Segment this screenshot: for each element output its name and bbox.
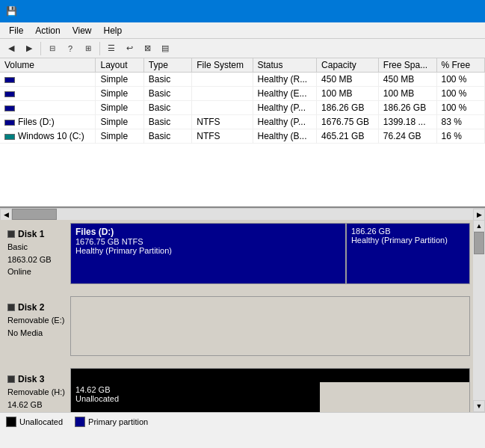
partition-status: Unallocated xyxy=(75,394,315,403)
scroll-left-btn[interactable]: ◀ xyxy=(0,209,12,221)
cell-type: Basic xyxy=(143,87,191,101)
menu-file[interactable]: File xyxy=(3,22,29,38)
cell-capacity: 1676.75 GB xyxy=(317,115,379,129)
cell-filesystem: NTFS xyxy=(192,129,253,144)
cell-capacity: 186.26 GB xyxy=(317,101,379,115)
table-row[interactable]: Simple Basic Healthy (P... 186.26 GB 186… xyxy=(0,101,485,115)
disk-size: 14.62 GB xyxy=(7,399,66,411)
disk-row: Disk 2 Removable (E:) No Media xyxy=(3,296,470,356)
partition-status-text: Healthy (Primary Partition) xyxy=(75,246,341,255)
disk-label: Disk 2 Removable (E:) No Media xyxy=(3,296,70,356)
menu-help[interactable]: Help xyxy=(98,22,129,38)
legend-primary-box xyxy=(75,417,85,427)
disk-type: Removable (H:) xyxy=(7,386,66,399)
cell-layout: Simple xyxy=(96,73,143,87)
partition-size: 14.62 GB xyxy=(75,385,315,394)
disk-row: Disk 1 Basic 1863.02 GB Online Files (D:… xyxy=(3,223,470,284)
table-header-row: Volume Layout Type File System Status Ca… xyxy=(0,58,485,73)
partition-status-text: Healthy (Primary Partition) xyxy=(351,236,465,245)
disk-size: 1863.02 GB xyxy=(7,254,66,266)
cell-volume xyxy=(0,87,96,101)
col-layout: Layout xyxy=(96,58,143,73)
disk-name: Disk 1 xyxy=(18,227,44,241)
table-row[interactable]: Simple Basic Healthy (E... 100 MB 100 MB… xyxy=(0,87,485,101)
cell-volume xyxy=(0,101,96,115)
minimize-button[interactable] xyxy=(373,0,407,22)
toolbar-btn-1[interactable]: ⊟ xyxy=(44,40,61,57)
table-row[interactable]: Files (D:) Simple Basic NTFS Healthy (P.… xyxy=(0,115,485,129)
table-row[interactable]: Windows 10 (C:) Simple Basic NTFS Health… xyxy=(0,129,485,144)
legend-primary-label: Primary partition xyxy=(88,417,148,426)
cell-filesystem xyxy=(192,87,253,101)
cell-free: 76.24 GB xyxy=(378,129,436,144)
title-bar: 💾 xyxy=(0,0,485,22)
cell-free: 186.26 GB xyxy=(378,101,436,115)
partition-details: 186.26 GB xyxy=(351,227,465,236)
menu-action[interactable]: Action xyxy=(29,22,66,38)
vscroll-track[interactable] xyxy=(474,232,484,400)
close-button[interactable] xyxy=(445,0,479,22)
toolbar-btn-6[interactable]: ⊠ xyxy=(139,40,155,57)
disk3-wrapper: 14.62 GBUnallocated xyxy=(71,369,469,412)
no-media-partition xyxy=(71,297,469,355)
cell-free: 100 MB xyxy=(378,87,436,101)
cell-status: Healthy (B... xyxy=(253,129,317,144)
partition-container: 14.62 GBUnallocated xyxy=(70,368,470,412)
cell-status: Healthy (P... xyxy=(253,101,317,115)
partition[interactable]: 186.26 GB Healthy (Primary Partition) xyxy=(347,224,469,283)
cell-volume: Windows 10 (C:) xyxy=(0,129,96,144)
menu-view[interactable]: View xyxy=(67,22,98,38)
scroll-track[interactable] xyxy=(12,209,473,220)
cell-pct: 83 % xyxy=(436,115,485,129)
scroll-thumb[interactable] xyxy=(12,209,57,220)
col-filesystem: File System xyxy=(192,58,253,73)
cell-status: Healthy (P... xyxy=(253,115,317,129)
horizontal-scrollbar[interactable]: ◀ ▶ xyxy=(0,208,485,220)
cell-pct: 100 % xyxy=(436,87,485,101)
legend-unallocated: Unallocated xyxy=(6,417,63,427)
cell-volume: Files (D:) xyxy=(0,115,96,129)
cell-filesystem: NTFS xyxy=(192,115,253,129)
vscroll-thumb[interactable] xyxy=(474,232,484,254)
col-freespace: Free Spa... xyxy=(378,58,436,73)
cell-capacity: 100 MB xyxy=(317,87,379,101)
toolbar-btn-2[interactable]: ? xyxy=(62,40,78,57)
disk-status: No Media xyxy=(7,327,66,340)
disk-type: Removable (E:) xyxy=(7,314,66,327)
col-volume: Volume xyxy=(0,58,96,73)
scroll-up-btn[interactable]: ▲ xyxy=(473,220,485,232)
legend-unallocated-box xyxy=(6,417,16,427)
disk-label: Disk 1 Basic 1863.02 GB Online xyxy=(3,223,70,284)
col-pctfree: % Free xyxy=(436,58,485,73)
legend: Unallocated Primary partition xyxy=(0,412,485,430)
disk-area[interactable]: Disk 1 Basic 1863.02 GB Online Files (D:… xyxy=(0,220,473,412)
menu-bar: File Action View Help xyxy=(0,22,485,39)
toolbar-btn-7[interactable]: ▤ xyxy=(157,40,173,57)
table-row[interactable]: Simple Basic Healthy (R... 450 MB 450 MB… xyxy=(0,73,485,87)
col-capacity: Capacity xyxy=(317,58,379,73)
partition[interactable]: Files (D:) 1676.75 GB NTFS Healthy (Prim… xyxy=(71,224,347,283)
scroll-down-btn[interactable]: ▼ xyxy=(473,400,485,412)
toolbar-btn-4[interactable]: ☰ xyxy=(103,40,120,57)
partition-details: 1676.75 GB NTFS xyxy=(75,237,341,246)
cell-capacity: 465.21 GB xyxy=(317,129,379,144)
partition-container xyxy=(70,296,470,356)
cell-type: Basic xyxy=(143,101,191,115)
cell-type: Basic xyxy=(143,115,191,129)
forward-button[interactable]: ▶ xyxy=(21,40,37,57)
toolbar-btn-5[interactable]: ↩ xyxy=(121,40,138,57)
disk-row: Disk 3 Removable (H:) 14.62 GB Online 14… xyxy=(3,368,470,412)
back-button[interactable]: ◀ xyxy=(3,40,19,57)
unallocated-partition[interactable]: 14.62 GBUnallocated xyxy=(71,382,320,412)
disk-name: Disk 3 xyxy=(18,372,44,386)
cell-layout: Simple xyxy=(96,129,143,144)
maximize-button[interactable] xyxy=(409,0,443,22)
scroll-right-btn[interactable]: ▶ xyxy=(473,209,485,221)
cell-type: Basic xyxy=(143,73,191,87)
vertical-scrollbar[interactable]: ▲ ▼ xyxy=(473,220,485,412)
cell-layout: Simple xyxy=(96,87,143,101)
cell-pct: 16 % xyxy=(436,129,485,144)
volume-table-area[interactable]: Volume Layout Type File System Status Ca… xyxy=(0,58,485,208)
cell-capacity: 450 MB xyxy=(317,73,379,87)
toolbar-btn-3[interactable]: ⊞ xyxy=(80,40,96,57)
